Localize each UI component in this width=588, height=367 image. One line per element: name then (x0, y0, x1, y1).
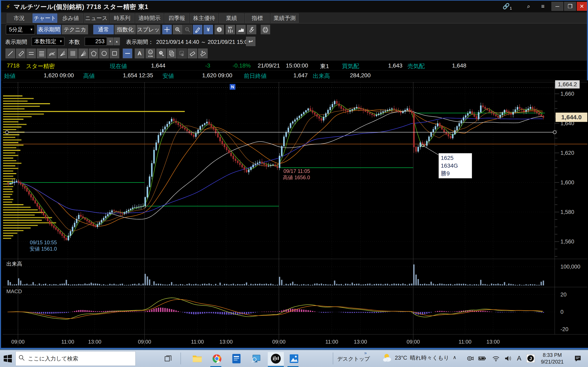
start-button[interactable] (3, 354, 13, 364)
svg-text:11:00: 11:00 (191, 339, 204, 345)
count-up-spinner[interactable]: ▲ (114, 38, 120, 45)
count-down-spinner[interactable]: ▼ (107, 38, 113, 45)
desktop-toolbar-label[interactable]: デスクトップ (337, 355, 370, 363)
rectangle-tool-icon[interactable] (110, 49, 119, 58)
indexed-button[interactable]: 指数化 (114, 25, 136, 34)
low-annotation-time: 09/15 10:55 (30, 239, 57, 246)
tab-disclosure[interactable]: 適時開示 (135, 13, 164, 23)
trendline-tool-icon[interactable] (6, 49, 15, 58)
time-marker-tool-icon[interactable] (156, 49, 166, 58)
yen-icon[interactable]: ¥ (204, 25, 213, 34)
ruler-tool-icon[interactable] (16, 49, 26, 58)
svg-text:13:00: 13:00 (354, 339, 367, 345)
taskbar-search-input[interactable]: ここに入力して検索 (16, 351, 136, 366)
hand-tool-icon[interactable] (177, 49, 187, 58)
icon-stamp-tool-icon[interactable]: ICON (146, 49, 155, 58)
link-icon[interactable]: 🔗 (502, 2, 511, 10)
vertical-lines-tool-icon[interactable] (68, 49, 78, 58)
pencil-icon[interactable] (193, 25, 202, 34)
zoom-in-icon[interactable] (173, 25, 182, 34)
undo-icon[interactable]: ↩ (246, 37, 255, 46)
tab-chart[interactable]: チャート (33, 13, 57, 23)
display-period-button[interactable]: 表示期間 (37, 25, 61, 34)
window-title: マルチツール(個別銘柄) 7718 スター精密 東1 (14, 3, 148, 11)
multi-hline-tool-icon[interactable] (37, 49, 46, 58)
search-icon[interactable]: ⌕ (524, 2, 533, 10)
task-view-button[interactable] (161, 352, 174, 365)
file-explorer-icon[interactable] (191, 352, 204, 365)
tab-forecast[interactable]: 業績予測 (270, 13, 299, 23)
speaker-tray-icon[interactable] (504, 355, 512, 363)
svg-text:09:00: 09:00 (272, 339, 285, 345)
technical-button[interactable]: テクニカル (62, 25, 88, 34)
chrome-running-indicator (210, 366, 221, 367)
toolbar-overflow-chevron[interactable]: » (364, 350, 367, 356)
copy-tool-icon[interactable] (167, 49, 176, 58)
wrench-icon[interactable] (247, 25, 256, 34)
quote-time: 15:00:00 (286, 62, 308, 69)
minimize-button[interactable]: ─ (552, 2, 563, 11)
svg-text:i: i (219, 27, 220, 32)
hamburger-menu-icon[interactable]: ≡ (538, 2, 547, 10)
tab-benefits[interactable]: 株主優待 (190, 13, 218, 23)
maximize-button[interactable]: ❐ (564, 2, 576, 11)
parallel-lines-tool-icon[interactable] (26, 49, 36, 58)
photos-app-icon[interactable] (287, 352, 301, 365)
news-badge[interactable]: N (230, 84, 235, 90)
tab-bar: 市況 チャート 歩み値 ニュース 時系列 適時開示 四季報 株主優待 業績 指標… (1, 12, 587, 24)
gann-fan-tool-icon[interactable] (78, 49, 88, 58)
svg-text:09:00: 09:00 (11, 339, 25, 345)
tab-ticks[interactable]: 歩み値 (58, 13, 83, 23)
title-bar: ⚡ マルチツール(個別銘柄) 7718 スター精密 東1 🔗 1 ⌕ ≡ ─ ❐… (1, 1, 587, 12)
erase-text-tool-icon[interactable]: A (198, 49, 208, 58)
tab-market[interactable]: 市況 (7, 13, 32, 23)
tab-indicators[interactable]: 指標 (245, 13, 270, 23)
camera-tray-icon[interactable] (466, 355, 474, 363)
blue-doc-app-icon[interactable] (230, 352, 243, 365)
trading-app-icon[interactable] (268, 352, 284, 365)
close-button[interactable]: ✕ (577, 2, 587, 11)
chart-area[interactable]: 1,6601,6401,6201,6001,5801,56009:0011:00… (1, 80, 588, 348)
printer-icon[interactable] (261, 25, 270, 34)
crosshair-icon[interactable] (162, 25, 172, 34)
eraser-tool-icon[interactable] (188, 49, 197, 58)
trading-app-active-indicator (268, 366, 284, 367)
count-input[interactable]: 253 (85, 37, 107, 46)
bid-label: 買気配 (342, 62, 359, 70)
period-label: 表示期間 (5, 38, 27, 46)
horizontal-line-tool-icon[interactable] (123, 49, 132, 58)
my-chart-icon[interactable]: MY (226, 25, 235, 34)
ime-language-indicator[interactable]: J (526, 354, 535, 364)
text-tool-icon[interactable]: A (135, 49, 144, 58)
count-mode-select[interactable]: 本数指定 ▼ (32, 37, 64, 46)
ime-mode-indicator[interactable]: A (517, 355, 521, 362)
info-icon[interactable]: i (215, 25, 224, 34)
mountain-chart-icon[interactable] (236, 25, 246, 34)
tab-timeseries[interactable]: 時系列 (110, 13, 135, 23)
spread-button[interactable]: スプレッド (137, 25, 160, 34)
normal-button[interactable]: 通常 (93, 25, 114, 34)
tab-shikiho[interactable]: 四季報 (164, 13, 189, 23)
search-placeholder: ここに入力して検索 (28, 355, 78, 362)
fan-lines-tool-icon[interactable] (58, 49, 67, 58)
tab-news[interactable]: ニュース (84, 13, 109, 23)
search-icon (18, 355, 25, 362)
weather-widget[interactable]: 23°C 晴れ時々くもり (382, 353, 449, 363)
chrome-icon[interactable] (210, 352, 223, 365)
battery-tray-icon[interactable] (478, 356, 486, 363)
notification-center-icon[interactable] (574, 355, 582, 363)
zoom-out-icon[interactable] (183, 25, 192, 34)
taskbar-clock[interactable]: 8:33 PM 9/21/2021 (537, 352, 568, 365)
fib-arcs-tool-icon[interactable] (47, 49, 57, 58)
tray-expand-caret[interactable]: ∧ (453, 355, 457, 360)
prev-close-value: 1,647 (293, 72, 308, 79)
screen-magnifier-app-icon[interactable] (250, 352, 263, 365)
timeframe-select[interactable]: 5分足 ▼ (6, 25, 35, 34)
tooltip-line1: 1625 (441, 154, 470, 162)
candlestick-chart[interactable]: 1,6601,6401,6201,6001,5801,56009:0011:00… (1, 80, 588, 348)
tab-earnings[interactable]: 業績 (219, 13, 244, 23)
pentagon-tool-icon[interactable] (89, 49, 98, 58)
wifi-tray-icon[interactable] (492, 355, 500, 363)
circle-tool-icon[interactable] (99, 49, 109, 58)
svg-text:13:00: 13:00 (219, 339, 233, 345)
